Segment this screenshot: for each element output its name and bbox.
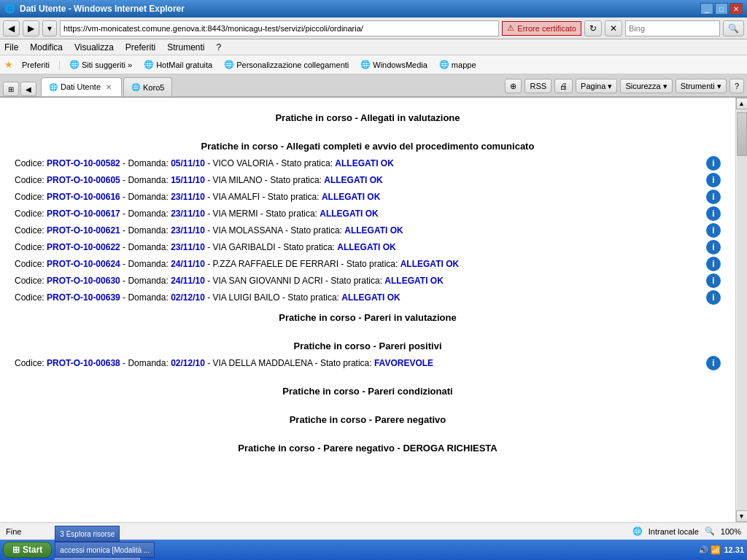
section7-title: Pratiche in corso - Parere negativo - DE… xyxy=(15,443,721,454)
entry-stato-3: - Stato pratica: xyxy=(258,209,320,219)
info-icon-0[interactable]: i xyxy=(706,156,721,171)
help-button[interactable]: ? xyxy=(729,79,744,93)
menu-preferiti[interactable]: Preferiti xyxy=(125,42,155,52)
tab-dati-utente[interactable]: 🌐 Dati Utente ✕ xyxy=(41,77,122,96)
entry-code-0: PROT-O-10-00582 xyxy=(47,158,120,168)
pagina-button[interactable]: Pagina ▾ xyxy=(576,79,617,93)
entry-status-7: ALLEGATI OK xyxy=(384,276,443,286)
dropdown-button[interactable]: ▾ xyxy=(42,20,57,36)
title-bar: 🌐 Dati Utente - Windows Internet Explore… xyxy=(0,0,747,18)
info-icon-3[interactable]: i xyxy=(706,206,721,221)
scrollbar[interactable]: ▲ ▼ xyxy=(735,98,747,522)
menu-strumenti[interactable]: Strumenti xyxy=(167,42,204,52)
scroll-down-button[interactable]: ▼ xyxy=(736,510,748,522)
entry-text-7: Codice: PROT-O-10-00630 - Domanda: 24/11… xyxy=(15,276,700,286)
status-text: Fine xyxy=(6,527,21,536)
refresh-button[interactable]: ↻ xyxy=(584,20,602,36)
info-icon-1[interactable]: i xyxy=(706,173,721,187)
entry-prefix-2: Codice: xyxy=(15,192,47,202)
pareri-street: - VIA DELLA MADDALENA xyxy=(205,358,312,368)
entry-stato-2: - Stato pratica: xyxy=(260,192,322,202)
tab-list-button[interactable]: ⊞ xyxy=(3,82,19,96)
pareri-code: PROT-O-10-00638 xyxy=(47,358,120,368)
forward-button[interactable]: ▶ xyxy=(23,20,39,36)
title-bar-left: 🌐 Dati Utente - Windows Internet Explore… xyxy=(4,4,185,14)
new-tab-area[interactable] xyxy=(174,77,196,96)
entry-mid-7: - Domanda: xyxy=(120,276,171,286)
scroll-up-button[interactable]: ▲ xyxy=(736,98,748,109)
search-input[interactable] xyxy=(625,20,720,36)
address-input[interactable] xyxy=(60,20,499,36)
entry-status-0: ALLEGATI OK xyxy=(335,158,393,168)
rss-button[interactable]: RSS xyxy=(525,79,551,93)
entry-code-3: PROT-O-10-00617 xyxy=(47,209,120,219)
info-icon-7[interactable]: i xyxy=(706,273,721,288)
info-icon-pareri[interactable]: i xyxy=(706,356,721,370)
close-button[interactable]: ✕ xyxy=(729,3,743,15)
entry-prefix-1: Codice: xyxy=(15,175,47,185)
strumenti-button[interactable]: Strumenti ▾ xyxy=(676,79,727,93)
info-icon-2[interactable]: i xyxy=(706,190,721,204)
fav-item-personal[interactable]: 🌐 Personalizzazione collegamenti xyxy=(221,59,352,70)
fav-item-mappe[interactable]: 🌐 mappe xyxy=(436,59,479,70)
favorites-label[interactable]: Preferiti xyxy=(19,60,53,70)
menu-visualizza[interactable]: Visualizza xyxy=(74,42,114,52)
entry-status-3: ALLEGATI OK xyxy=(320,209,378,219)
favorites-bar: ★ Preferiti | 🌐 Siti suggeriti » 🌐 HotMa… xyxy=(0,55,747,74)
content-area: Pratiche in corso - Allegati in valutazi… xyxy=(0,98,735,522)
menu-file[interactable]: File xyxy=(4,42,18,52)
entry-pareri-text: Codice: PROT-O-10-00638 - Domanda: 02/12… xyxy=(15,358,700,368)
fav-item-hotmail[interactable]: 🌐 HotMail gratuita xyxy=(141,59,215,70)
favorites-text: Preferiti xyxy=(22,61,50,69)
zone-icon: 🌐 xyxy=(632,526,643,536)
tab-close-button[interactable]: ✕ xyxy=(104,82,114,92)
fav-star-icon: ★ xyxy=(4,59,13,70)
search-button[interactable]: 🔍 xyxy=(723,20,744,36)
fav-item-windows-media[interactable]: 🌐 WindowsMedia xyxy=(357,59,430,70)
entry-date-8: 02/12/10 xyxy=(171,292,205,303)
stop-button[interactable]: ✕ xyxy=(605,20,622,36)
tab-ie-icon: 🌐 xyxy=(49,83,58,91)
info-icon-5[interactable]: i xyxy=(706,240,721,254)
info-icon-6[interactable]: i xyxy=(706,257,721,271)
minimize-button[interactable]: _ xyxy=(700,3,713,15)
add-tab-button[interactable]: ⊕ xyxy=(505,79,522,93)
tab-scroll-left[interactable]: ◀ xyxy=(20,82,36,96)
content-wrapper: Pratiche in corso - Allegati in valutazi… xyxy=(0,98,747,522)
scroll-thumb[interactable] xyxy=(737,112,747,156)
zone-text: Intranet locale xyxy=(649,527,699,536)
tab-koro5-label: Koro5 xyxy=(143,83,164,92)
fav-personal-label: Personalizzazione collegamenti xyxy=(236,61,349,69)
entry-status-2: ALLEGATI OK xyxy=(322,192,380,202)
tab-koro5[interactable]: 🌐 Koro5 xyxy=(123,77,172,96)
print-button[interactable]: 🖨 xyxy=(554,79,573,93)
hotmail-icon: 🌐 xyxy=(144,60,154,69)
entry-text-8: Codice: PROT-O-10-00639 - Domanda: 02/12… xyxy=(15,292,700,303)
info-icon-4[interactable]: i xyxy=(706,223,721,238)
fav-item-siti[interactable]: 🌐 Siti suggeriti » xyxy=(66,59,135,70)
entry-text-3: Codice: PROT-O-10-00617 - Domanda: 23/11… xyxy=(15,209,700,219)
sicurezza-button[interactable]: Sicurezza ▾ xyxy=(620,79,672,93)
section4-title: Pratiche in corso - Pareri positivi xyxy=(15,341,721,351)
menu-help[interactable]: ? xyxy=(217,42,222,52)
section1-title: Pratiche in corso - Allegati in valutazi… xyxy=(15,112,721,123)
entry-code-1: PROT-O-10-00605 xyxy=(47,175,120,185)
menu-modifica[interactable]: Modifica xyxy=(30,42,63,52)
pareri-prefix: Codice: xyxy=(15,358,47,368)
tab-koro5-icon: 🌐 xyxy=(131,83,140,91)
entry-stato-6: - Stato pratica: xyxy=(338,259,400,269)
fav-hotmail-label: HotMail gratuita xyxy=(156,61,212,69)
pareri-mid: - Domanda: xyxy=(120,358,171,368)
address-bar: ◀ ▶ ▾ ⚠ Errore certificato ↻ ✕ 🔍 xyxy=(0,18,747,39)
section5-title: Pratiche in corso - Pareri condizionati xyxy=(15,386,721,397)
section2-title: Pratiche in corso - Allegati completi e … xyxy=(15,141,721,152)
entry-status-6: ALLEGATI OK xyxy=(400,259,459,269)
info-icon-8[interactable]: i xyxy=(706,290,721,305)
maximize-button[interactable]: □ xyxy=(715,3,728,15)
entry-prefix-4: Codice: xyxy=(15,225,47,236)
siti-icon: 🌐 xyxy=(69,60,80,69)
back-button[interactable]: ◀ xyxy=(3,20,20,36)
taskbar-item-0[interactable]: 3 Esplora risorse xyxy=(55,526,120,540)
entry-mid-1: - Domanda: xyxy=(120,175,171,185)
entry-mid-8: - Domanda: xyxy=(120,292,171,303)
